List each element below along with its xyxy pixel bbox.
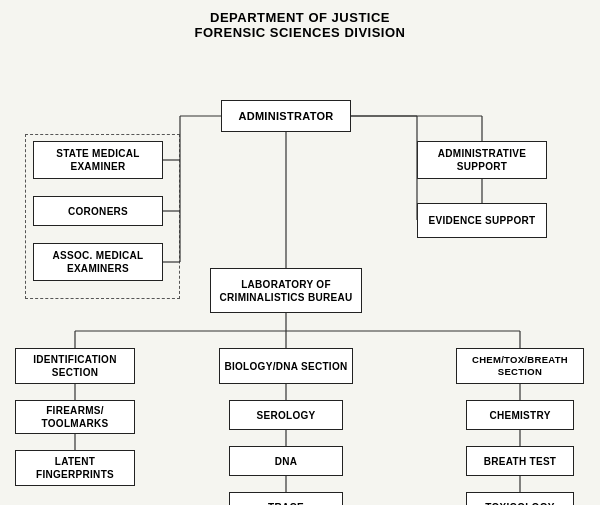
box-assoc-medical-examiners: ASSOC. MEDICAL EXAMINERS	[33, 243, 163, 281]
box-serology: SEROLOGY	[229, 400, 343, 430]
box-firearms-toolmarks: FIREARMS/ TOOLMARKS	[15, 400, 135, 434]
box-trace: TRACE	[229, 492, 343, 505]
title-line1: DEPARTMENT OF JUSTICE	[0, 10, 600, 25]
box-biology-dna: BIOLOGY/DNA SECTION	[219, 348, 353, 384]
title-area: DEPARTMENT OF JUSTICE FORENSIC SCIENCES …	[0, 10, 600, 40]
box-latent-fingerprints: LATENT FINGERPRINTS	[15, 450, 135, 486]
page: DEPARTMENT OF JUSTICE FORENSIC SCIENCES …	[0, 0, 600, 505]
box-breath-test: BREATH TEST	[466, 446, 574, 476]
box-lab-criminalistics: LABORATORY OF CRIMINALISTICS BUREAU	[210, 268, 362, 313]
box-chem-tox-breath: CHEM/TOX/BREATH SECTION	[456, 348, 584, 384]
box-administrative-support: ADMINISTRATIVE SUPPORT	[417, 141, 547, 179]
box-chemistry: CHEMISTRY	[466, 400, 574, 430]
box-identification-section: IDENTIFICATION SECTION	[15, 348, 135, 384]
title-line2: FORENSIC SCIENCES DIVISION	[0, 25, 600, 40]
box-evidence-support: EVIDENCE SUPPORT	[417, 203, 547, 238]
box-dna: DNA	[229, 446, 343, 476]
box-administrator: ADMINISTRATOR	[221, 100, 351, 132]
box-state-medical-examiner: STATE MEDICAL EXAMINER	[33, 141, 163, 179]
box-toxicology: TOXICOLOGY	[466, 492, 574, 505]
org-chart: ADMINISTRATOR STATE MEDICAL EXAMINER COR…	[5, 48, 595, 505]
box-coroners: CORONERS	[33, 196, 163, 226]
